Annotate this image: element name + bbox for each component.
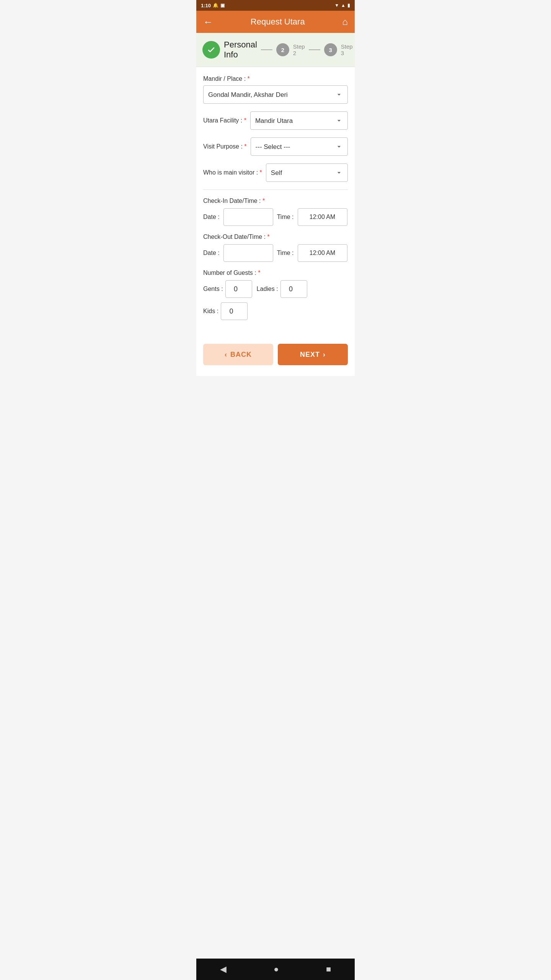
checkout-date-label: Date : [203,250,220,256]
visit-purpose-group: Visit Purpose : * --- Select --- Darshan… [203,137,348,156]
step2-circle: 2 [276,43,289,56]
step1-label: Personal Info [224,40,257,60]
checkout-label: Check-Out Date/Time : * [203,234,348,240]
step3-label: Step 3 [341,43,353,56]
home-button[interactable]: ⌂ [342,16,348,27]
checkin-date-time-row: Date : Time : [203,208,348,226]
back-button[interactable]: ← [203,16,213,28]
checkout-date-input[interactable] [223,244,273,262]
step-line-1 [261,49,272,50]
time-display: 1:10 [201,3,211,8]
checkin-date-label: Date : [203,214,220,220]
utara-facility-group: Utara Facility : * Mandir Utara Guest Ho… [203,111,348,130]
battery-icon: ▮ [347,3,350,8]
mandir-place-group: Mandir / Place : * Gondal Mandir, Akshar… [203,75,348,104]
kids-label: Kids : [203,308,218,315]
step-header: Personal Info 2 Step 2 3 Step 3 [196,33,355,67]
guests-label: Number of Guests : * [203,270,348,276]
ladies-input[interactable] [280,280,307,298]
signal-icon: ▲ [341,3,346,8]
guests-row: Gents : Ladies : Kids : [203,280,348,320]
status-left: 1:10 🔔 ▣ [201,3,225,8]
checkout-group: Check-Out Date/Time : * Date : Time : [203,234,348,262]
status-right: ▼ ▲ ▮ [334,3,350,8]
next-button-label: NEXT [300,351,320,359]
gents-input[interactable] [225,280,252,298]
gents-label: Gents : [203,286,223,292]
checkout-time-input[interactable] [298,244,347,262]
status-bar: 1:10 🔔 ▣ ▼ ▲ ▮ [196,0,355,11]
required-star-3: * [244,143,246,150]
page-title: Request Utara [251,17,305,27]
checkout-date-time-row: Date : Time : [203,244,348,262]
checkin-time-label: Time : [277,214,294,220]
gents-group: Gents : [203,280,252,298]
checkin-date-input[interactable] [223,208,273,226]
utara-facility-select[interactable]: Mandir Utara Guest House [250,111,348,130]
wifi-icon: ▼ [334,3,339,8]
app-bar: ← Request Utara ⌂ [196,11,355,33]
checkin-label: Check-In Date/Time : * [203,198,348,204]
form-area: Mandir / Place : * Gondal Mandir, Akshar… [196,67,355,336]
mandir-place-select[interactable]: Gondal Mandir, Akshar Deri Other Mandir [203,85,348,104]
back-button[interactable]: ‹ BACK [203,344,273,365]
checkin-group: Check-In Date/Time : * Date : Time : [203,198,348,226]
required-star-4: * [260,169,262,176]
main-visitor-label: Who is main visitor : * [203,169,262,176]
kids-input[interactable] [221,302,248,320]
step3-circle: 3 [324,43,337,56]
required-star-2: * [244,117,246,124]
required-star-7: * [258,270,260,276]
checkin-time-input[interactable] [298,208,347,226]
back-button-label: BACK [230,351,252,359]
visit-purpose-select[interactable]: --- Select --- Darshan Pooja Other [251,137,348,156]
next-chevron-icon: › [323,351,326,359]
required-star-1: * [248,75,250,82]
main-visitor-select[interactable]: Self Other [266,163,348,182]
mandir-place-label: Mandir / Place : * [203,75,348,82]
main-visitor-group: Who is main visitor : * Self Other [203,163,348,182]
visit-purpose-label: Visit Purpose : * [203,143,247,150]
step2-label: Step 2 [293,43,305,56]
step1-complete-icon [202,41,220,59]
next-button[interactable]: NEXT › [278,344,348,365]
guests-group: Number of Guests : * Gents : Ladies : Ki… [203,270,348,320]
card-icon: ▣ [220,3,225,8]
divider-1 [203,189,348,190]
button-row: ‹ BACK NEXT › [196,336,355,376]
back-chevron-icon: ‹ [225,351,227,359]
kids-group: Kids : [203,302,248,320]
ladies-group: Ladies : [257,280,307,298]
clock-icon: 🔔 [213,3,218,8]
checkout-time-label: Time : [277,250,294,256]
step-line-2 [309,49,320,50]
required-star-5: * [262,198,265,204]
ladies-label: Ladies : [257,286,278,292]
required-star-6: * [267,234,269,240]
utara-facility-label: Utara Facility : * [203,117,246,124]
